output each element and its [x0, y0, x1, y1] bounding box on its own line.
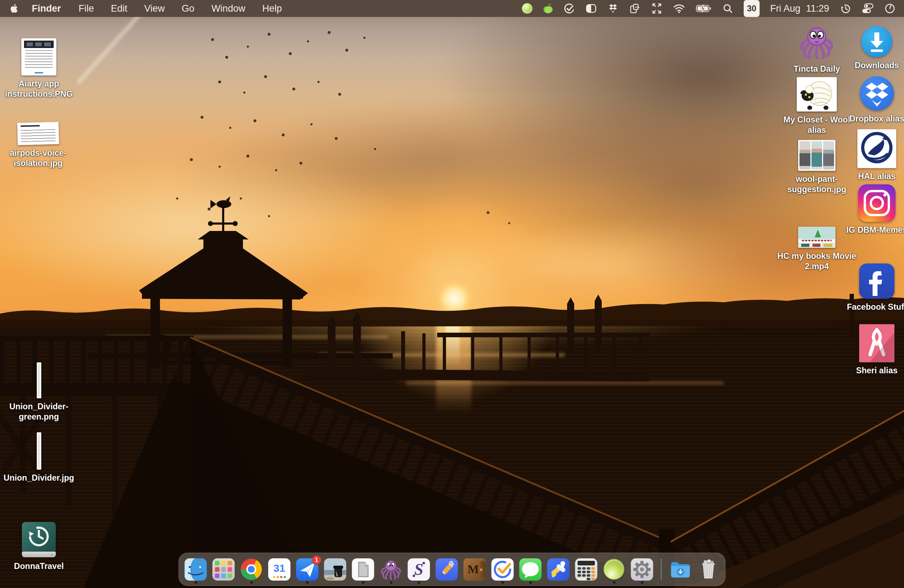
time-machine-drive-icon — [21, 522, 57, 558]
menubar-clock[interactable]: Fri Aug 11:29 — [770, 3, 829, 14]
cruise-ship-icon — [857, 129, 896, 168]
desktop-icon-downloads[interactable]: Downloads — [841, 26, 904, 71]
desktop-icon-aiarty[interactable]: Aiarty app instructions.PNG — [0, 38, 81, 100]
video-thumbnail — [798, 227, 836, 248]
image-thumbnail — [17, 122, 59, 145]
desktop-icon-airpods[interactable]: airpods-voice-isolation.jpg — [0, 122, 81, 169]
dock-spark-mail[interactable]: 1 — [296, 558, 319, 580]
date-badge[interactable]: 30 — [744, 0, 760, 17]
desktop-icon-facebook[interactable]: Facebook Stuff — [841, 264, 904, 312]
dock-chrome[interactable] — [240, 558, 263, 580]
desktop: Finder File Edit View Go Window Help — [0, 0, 904, 588]
pier-silhouette — [0, 0, 904, 588]
notification-badge: 1 — [312, 555, 321, 565]
octopus-icon — [798, 25, 835, 61]
menu-edit[interactable]: Edit — [103, 0, 136, 17]
pants-photo-thumbnail — [798, 140, 836, 171]
apple-logo-icon — [10, 3, 19, 14]
apple-menu[interactable] — [0, 3, 23, 14]
spotlight-search-icon[interactable] — [722, 0, 733, 17]
dock-ticktick[interactable] — [492, 558, 514, 580]
task-checkmark-icon[interactable] — [564, 0, 575, 17]
image-thumbnail — [21, 38, 57, 76]
menu-bar: Finder File Edit View Go Window Help — [0, 0, 904, 17]
dock-money-wallet[interactable]: M — [464, 558, 486, 580]
dock-calculator[interactable] — [575, 558, 597, 580]
green-apple-icon[interactable] — [543, 0, 553, 17]
wifi-icon[interactable] — [673, 0, 685, 17]
menu-view[interactable]: View — [136, 0, 173, 17]
desktop-icon-union-divider-green[interactable]: Union_Divider-green.png — [0, 362, 81, 422]
pink-ribbon-icon — [859, 324, 895, 362]
desktop-icon-donnatravel-drive[interactable]: DonnaTravel — [0, 522, 81, 571]
time-machine-icon[interactable] — [840, 0, 851, 17]
green-orb-menu-icon[interactable] — [522, 0, 533, 17]
dock-tincta[interactable] — [380, 558, 402, 580]
dock-downloads-folder[interactable] — [670, 558, 692, 580]
sheep-yarn-icon — [797, 77, 837, 112]
dock-image-editor[interactable] — [324, 558, 346, 580]
desktop-icon-sheri[interactable]: Sheri alias — [841, 324, 904, 376]
dock-documents[interactable] — [352, 558, 374, 580]
desktop-icon-union-divider[interactable]: Union_Divider.jpg — [0, 432, 85, 483]
facebook-icon — [859, 264, 895, 299]
dropbox-icon — [860, 76, 894, 111]
date-text: Fri Aug — [770, 3, 801, 14]
desktop-icon-instagram[interactable]: IG DBM-Memes — [840, 184, 904, 235]
dock-green-orb[interactable] — [603, 558, 625, 580]
battery-charging-icon[interactable] — [695, 0, 712, 17]
dock-system-settings[interactable] — [631, 558, 653, 580]
desktop-icon-dropbox[interactable]: Dropbox alias — [841, 76, 904, 124]
control-center-icon[interactable] — [861, 0, 874, 17]
instagram-icon — [858, 184, 896, 222]
dropbox-menu-icon[interactable] — [607, 0, 619, 17]
menu-help[interactable]: Help — [254, 0, 291, 17]
menu-app-name[interactable]: Finder — [23, 0, 70, 17]
time-text: 11:29 — [806, 3, 829, 14]
sidebar-toggle-icon[interactable] — [585, 0, 597, 17]
download-circle-icon — [861, 26, 892, 57]
dock-trash[interactable] — [697, 558, 720, 580]
menu-window[interactable]: Window — [203, 0, 254, 17]
desktop-icon-hal[interactable]: HAL alias — [841, 129, 904, 182]
image-share-icon[interactable] — [629, 0, 640, 17]
dock-notability[interactable] — [436, 558, 458, 580]
strip-thumbnail — [37, 362, 41, 398]
dock-calendar[interactable]: 31 — [269, 558, 291, 580]
dock-messages[interactable] — [520, 558, 542, 580]
dock-divider — [661, 559, 662, 580]
expand-arrows-icon[interactable] — [651, 0, 662, 17]
menu-go[interactable]: Go — [173, 0, 203, 17]
dock: 31 1 — [179, 553, 726, 586]
dock-finder[interactable] — [185, 558, 207, 580]
strip-thumbnail — [37, 432, 41, 470]
clock-icon[interactable] — [884, 0, 896, 17]
menu-file[interactable]: File — [70, 0, 103, 17]
dock-blue-tools[interactable] — [547, 558, 570, 580]
dock-launchpad[interactable] — [213, 558, 235, 580]
dock-scrivener[interactable]: S — [408, 558, 430, 580]
